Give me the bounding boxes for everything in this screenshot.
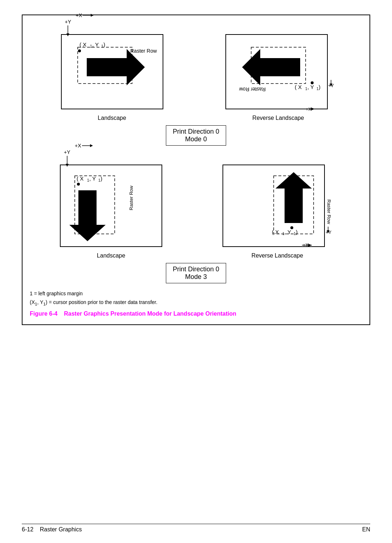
svg-point-51	[290, 226, 293, 229]
svg-marker-29	[311, 108, 315, 110]
mode3-section: +X +Y (	[30, 153, 362, 287]
mode3-landscape-label: Landscape	[97, 252, 125, 259]
svg-marker-3	[66, 33, 69, 36]
mode3-line2: Mode 3	[185, 273, 207, 280]
svg-marker-22	[242, 49, 300, 85]
mode3-reverse-container: ( X 1 , Y 1 ) Raster Row +Y	[219, 153, 335, 259]
mode3-x-axis-label: +X	[75, 143, 93, 149]
mode3-reverse-svg: ( X 1 , Y 1 ) Raster Row +Y	[219, 163, 335, 250]
mode0-landscape-label: Landscape	[98, 115, 126, 121]
mode0-label-box: Print Direction 0 Mode 0	[166, 125, 226, 146]
svg-text:, Y: , Y	[285, 229, 291, 235]
svg-text:( X: ( X	[272, 229, 279, 235]
page-footer: 6-12 Raster Graphics EN	[22, 524, 370, 533]
figure-caption: Figure 6-4 Raster Graphics Presentation …	[30, 311, 362, 317]
mode0-landscape-svg: ( X 1 , Y 1 ) Raster Row	[58, 33, 167, 113]
svg-text:): )	[101, 175, 102, 182]
page-content: +X +Y	[0, 0, 392, 343]
figure-title: Raster Graphics Presentation Mode for La…	[64, 311, 236, 317]
svg-text:( X: ( X	[295, 84, 302, 90]
mode3-label-row: Print Direction 0 Mode 3	[30, 261, 362, 287]
mode0-reverse-container: ( X 1 , Y 1 ) Raster Row +Y	[222, 23, 335, 121]
svg-rect-34	[60, 165, 162, 247]
note-line2: (X1, Y1) = cursor position prior to the …	[30, 299, 362, 306]
mode3-diagrams-row: +X +Y (	[30, 153, 362, 259]
mode0-diagrams-row: +X +Y	[30, 23, 362, 121]
svg-point-41	[77, 183, 80, 186]
svg-marker-59	[308, 244, 312, 247]
mode0-x-axis-label: +X	[76, 12, 94, 18]
mode0-y-axis-label: +Y	[65, 19, 72, 36]
svg-text:Raster Row: Raster Row	[238, 86, 265, 92]
svg-text:): )	[319, 84, 320, 90]
svg-text:( X: ( X	[79, 41, 86, 48]
svg-text:): )	[103, 41, 105, 48]
footer-title: Raster Graphics	[40, 526, 82, 532]
svg-text:, Y: , Y	[89, 175, 96, 182]
svg-text:, Y: , Y	[92, 41, 99, 48]
mode0-reverse-label: Reverse Landscape	[252, 115, 304, 121]
svg-point-11	[78, 49, 81, 52]
mode3-landscape-svg: ( X 1 , Y 1 ) Raster Row	[57, 163, 166, 250]
mode3-landscape-container: +X +Y (	[57, 153, 166, 259]
mode0-reverse-svg: ( X 1 , Y 1 ) Raster Row +Y	[222, 33, 335, 113]
footer-page-number: 6-12	[22, 526, 33, 532]
svg-text:Raster Row: Raster Row	[130, 48, 157, 54]
svg-marker-31	[90, 144, 93, 147]
svg-text:( X: ( X	[77, 175, 83, 182]
mode3-label-box: Print Direction 0 Mode 3	[166, 263, 226, 283]
mode3-y-axis-label: +Y	[64, 149, 70, 167]
svg-text:Raster Row: Raster Row	[128, 185, 134, 210]
mode0-line2: Mode 0	[185, 135, 207, 143]
mode0-section: +X +Y	[30, 23, 362, 149]
figure-number: Figure 6-4	[30, 311, 57, 317]
svg-marker-52	[275, 172, 312, 223]
svg-text:Raster Row: Raster Row	[326, 199, 332, 224]
mode0-line1: Print Direction 0	[173, 128, 219, 135]
mode3-reverse-label: Reverse Landscape	[252, 252, 303, 259]
svg-point-21	[311, 81, 314, 84]
main-diagram-box: +X +Y	[22, 15, 370, 325]
svg-marker-12	[87, 49, 145, 85]
svg-text:, Y: , Y	[307, 84, 314, 90]
svg-marker-1	[91, 14, 94, 17]
svg-marker-33	[66, 164, 69, 167]
svg-text:): )	[296, 229, 298, 235]
footer-locale: EN	[362, 526, 370, 533]
footer-page-label: 6-12 Raster Graphics	[22, 526, 82, 533]
note-line1: 1 = left graphics margin	[30, 291, 362, 296]
mode0-landscape-container: +X +Y	[58, 23, 167, 121]
mode3-line1: Print Direction 0	[173, 266, 219, 273]
